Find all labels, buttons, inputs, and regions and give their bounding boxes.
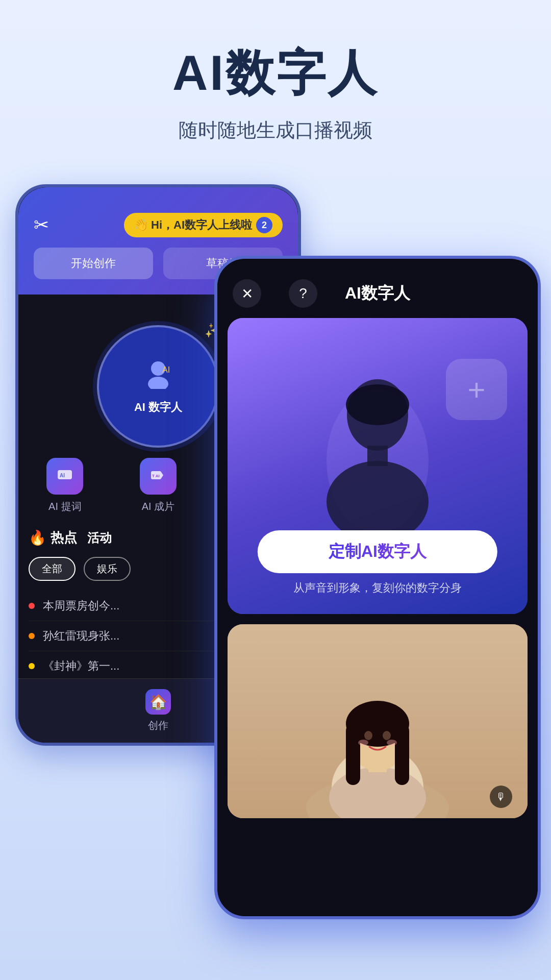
svg-point-22 [364, 731, 372, 740]
hot-dot-yellow [29, 663, 35, 669]
svg-point-25 [387, 740, 397, 746]
ai-circle-overlay[interactable]: ✨ AI AI 数字人 [97, 325, 219, 448]
fire-icon: 🔥 [29, 529, 46, 546]
front-content: + 定制AI数字人 从声音到形象，复刻你的数字分身 [217, 318, 538, 916]
svg-marker-6 [161, 472, 163, 478]
digital-human-card: + 定制AI数字人 从声音到形象，复刻你的数字分身 [228, 318, 528, 614]
svg-rect-20 [346, 724, 360, 785]
filter-all[interactable]: 全部 [29, 557, 76, 581]
nav-btn-create[interactable]: 开始创作 [34, 248, 153, 279]
presenter-card: 🎙 [228, 624, 528, 818]
tool-item-aivideo[interactable]: T AI AI 成片 [117, 458, 200, 513]
home-icon: 🏠 [145, 689, 171, 715]
hot-tab-active[interactable]: 活动 [87, 530, 112, 546]
tool-icon-teleprompter: AI [46, 458, 83, 495]
svg-point-13 [346, 384, 409, 425]
svg-rect-21 [395, 724, 409, 785]
scissors-icon: ✂ [34, 214, 49, 236]
nav-create[interactable]: 🏠 创作 [145, 689, 171, 732]
hot-dot-red [29, 603, 35, 609]
nav-create-label: 创作 [148, 719, 168, 732]
tool-label-aivideo: AI 成片 [142, 500, 174, 513]
hero-subtitle: 随时随地生成口播视频 [0, 117, 551, 143]
customize-button[interactable]: 定制AI数字人 [258, 530, 497, 573]
hero-section: AI数字人 [0, 0, 551, 117]
close-button[interactable]: ✕ [233, 279, 261, 308]
hero-title: AI数字人 [0, 41, 551, 107]
svg-text:AI: AI [162, 365, 170, 374]
svg-text:AI: AI [60, 473, 65, 478]
presenter-svg [281, 645, 474, 818]
tool-label-teleprompter: AI 提词 [48, 500, 81, 513]
notification-text: 👋 Hi，AI数字人上线啦 [134, 217, 252, 233]
badge-number: 2 [256, 217, 272, 233]
ai-person-icon: AI [143, 358, 173, 396]
filter-entertainment[interactable]: 娱乐 [84, 557, 131, 581]
customize-subtitle: 从声音到形象，复刻你的数字分身 [228, 580, 528, 596]
front-header: ✕ ? AI数字人 [217, 259, 538, 318]
phones-container: ✂ 👋 Hi，AI数字人上线啦 2 开始创作 草稿箱 [0, 174, 551, 929]
tool-item-teleprompter[interactable]: AI AI 提词 [23, 458, 107, 513]
hot-dot-orange [29, 633, 35, 639]
ai-circle-label: AI 数字人 [134, 400, 182, 415]
front-title: AI数字人 [345, 282, 410, 305]
tool-icon-aivideo: T AI [140, 458, 177, 495]
svg-point-24 [358, 740, 368, 746]
hot-tab-fire[interactable]: 🔥 热点 [29, 529, 77, 547]
notification-bubble: 👋 Hi，AI数字人上线啦 2 [124, 213, 283, 237]
help-button[interactable]: ? [289, 279, 317, 308]
svg-text:T AI: T AI [152, 474, 160, 478]
phone-front: ✕ ? AI数字人 [214, 256, 541, 919]
mic-icon: 🎙 [490, 786, 512, 808]
svg-point-1 [148, 377, 168, 389]
svg-point-23 [383, 731, 391, 740]
customize-btn-text: 定制AI数字人 [288, 541, 467, 563]
plus-bg-icon: + [446, 359, 507, 420]
